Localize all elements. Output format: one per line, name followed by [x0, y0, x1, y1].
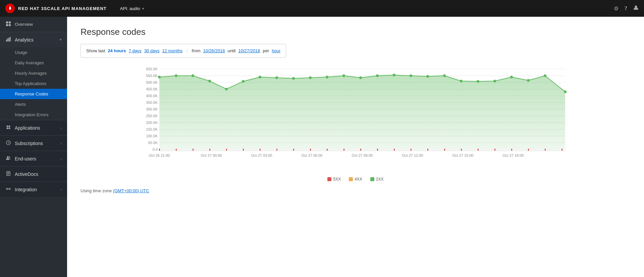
timezone-label: Using time zone — [80, 188, 112, 193]
period-7days[interactable]: 7 days — [129, 48, 142, 53]
svg-text:150.0K: 150.0K — [146, 127, 158, 131]
svg-text:Oct 26 21:00: Oct 26 21:00 — [149, 153, 170, 157]
svg-text:50.0K: 50.0K — [148, 141, 158, 145]
svg-text:300.0K: 300.0K — [146, 107, 158, 111]
sidebar-item-response-codes[interactable]: Response Codes — [0, 89, 67, 99]
svg-point-18 — [9, 156, 10, 158]
integration-chevron: › — [60, 188, 62, 192]
svg-point-76 — [544, 74, 546, 77]
chart-svg: 600.0K 550.0K 500.0K 450.0K 400.0K 350.0… — [80, 66, 631, 174]
svg-point-54 — [175, 74, 177, 77]
sidebar-item-overview[interactable]: Overview — [0, 17, 67, 32]
time-filter: Show last 24 hours 7 days 30 days 12 mon… — [80, 44, 286, 58]
sidebar-item-activedocs[interactable]: ActiveDocs — [0, 166, 67, 182]
main-content: Response codes Show last 24 hours 7 days… — [67, 17, 644, 277]
svg-point-57 — [225, 88, 228, 90]
svg-rect-9 — [7, 38, 8, 42]
sidebar-item-top-applications[interactable]: Top Applications — [0, 78, 67, 89]
analytics-label: Analytics — [15, 37, 34, 43]
svg-point-63 — [326, 76, 328, 78]
sidebar-item-end-users[interactable]: End-users › — [0, 151, 67, 166]
applications-label: Applications — [15, 125, 40, 131]
from-label: from — [192, 48, 201, 53]
legend-swatch-2xx — [370, 177, 374, 181]
sidebar-item-usage[interactable]: Usage — [0, 47, 67, 58]
svg-text:Oct 27 03:00: Oct 27 03:00 — [251, 153, 272, 157]
svg-rect-95 — [444, 149, 445, 151]
applications-icon — [5, 125, 11, 131]
svg-text:Oct 27 06:00: Oct 27 06:00 — [302, 153, 323, 157]
subscriptions-label: Subscriptions — [15, 141, 43, 146]
svg-text:Oct 27 15:00: Oct 27 15:00 — [452, 153, 474, 157]
from-date[interactable]: 10/26/2018 — [203, 48, 225, 53]
svg-rect-88 — [327, 149, 328, 151]
separator: | — [186, 48, 187, 53]
svg-point-68 — [410, 74, 412, 77]
legend-label-5xx: 5XX — [333, 177, 341, 182]
period-30days[interactable]: 30 days — [144, 48, 160, 53]
svg-text:550.0K: 550.0K — [146, 74, 158, 78]
svg-rect-101 — [545, 149, 546, 151]
svg-point-53 — [158, 76, 161, 78]
svg-rect-7 — [9, 24, 11, 26]
brand-logo — [5, 4, 15, 13]
svg-rect-10 — [9, 38, 10, 42]
sidebar-item-subscriptions[interactable]: Subscriptions › — [0, 136, 67, 151]
end-users-icon — [5, 156, 11, 161]
svg-rect-94 — [427, 149, 428, 151]
chart-legend: 5XX 4XX 2XX — [80, 177, 631, 182]
svg-rect-80 — [193, 149, 194, 151]
sidebar-item-applications[interactable]: Applications › — [0, 120, 67, 135]
sidebar: Overview Analytics ▾ Usage Daily Average… — [0, 17, 67, 277]
help-icon[interactable]: ? — [625, 5, 628, 12]
svg-rect-81 — [209, 149, 210, 151]
brand-text: RED HAT 3SCALE API MANAGEMENT — [18, 6, 107, 11]
svg-point-24 — [9, 188, 10, 190]
svg-rect-85 — [276, 149, 277, 151]
legend-4xx: 4XX — [349, 177, 362, 182]
subscriptions-chevron: › — [60, 141, 62, 145]
svg-text:500.0K: 500.0K — [146, 80, 158, 84]
integration-label: Integration — [15, 187, 37, 192]
user-icon[interactable] — [633, 5, 639, 12]
sidebar-item-hourly-averages[interactable]: Hourly Averages — [0, 68, 67, 78]
svg-rect-90 — [360, 149, 361, 151]
legend-label-2xx: 2XX — [376, 177, 384, 182]
sidebar-item-alerts[interactable]: Alerts — [0, 99, 67, 110]
timezone-link[interactable]: (GMT+00:00) UTC — [113, 188, 149, 193]
sidebar-item-integration-errors[interactable]: Integration Errors — [0, 110, 67, 120]
timezone-note: Using time zone (GMT+00:00) UTC — [80, 188, 631, 193]
settings-icon[interactable]: ⚙ — [614, 5, 619, 12]
svg-point-12 — [7, 126, 8, 127]
svg-point-58 — [242, 80, 245, 83]
svg-point-66 — [376, 74, 379, 77]
activedocs-icon — [5, 171, 11, 177]
period-12months[interactable]: 12 months — [162, 48, 182, 53]
analytics-submenu: Usage Daily Averages Hourly Averages Top… — [0, 47, 67, 120]
svg-text:250.0K: 250.0K — [146, 114, 158, 118]
top-nav: RED HAT 3SCALE API MANAGEMENT API: audio… — [0, 0, 644, 17]
svg-rect-91 — [377, 149, 378, 151]
svg-rect-100 — [528, 149, 529, 151]
svg-text:350.0K: 350.0K — [146, 100, 158, 105]
page-title: Response codes — [80, 27, 631, 37]
svg-point-60 — [275, 76, 278, 79]
active-period[interactable]: 24 hours — [108, 48, 126, 53]
legend-label-4xx: 4XX — [355, 177, 362, 182]
until-date[interactable]: 10/27/2018 — [238, 48, 260, 53]
svg-rect-82 — [226, 149, 227, 151]
svg-text:Oct 27 18:00: Oct 27 18:00 — [503, 153, 524, 157]
sidebar-item-daily-averages[interactable]: Daily Averages — [0, 58, 67, 68]
svg-rect-87 — [310, 149, 311, 151]
svg-point-67 — [393, 74, 395, 76]
legend-2xx: 2XX — [370, 177, 384, 182]
svg-rect-86 — [293, 149, 294, 151]
chart-container: 600.0K 550.0K 500.0K 450.0K 400.0K 350.0… — [80, 66, 631, 182]
per-unit[interactable]: hour — [272, 48, 280, 53]
sidebar-item-integration[interactable]: Integration › — [0, 182, 67, 197]
svg-rect-93 — [411, 149, 412, 151]
sidebar-item-analytics[interactable]: Analytics ▾ — [0, 32, 67, 47]
svg-text:100.0K: 100.0K — [146, 134, 158, 138]
svg-rect-4 — [6, 21, 8, 23]
api-selector[interactable]: API: audio ▾ — [120, 6, 144, 11]
